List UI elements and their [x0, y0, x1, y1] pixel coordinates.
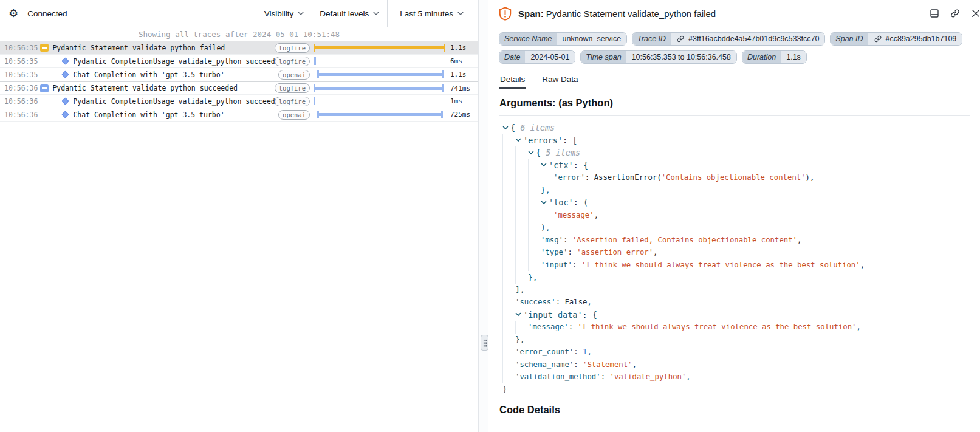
service-name-value: unknown_service [557, 33, 627, 45]
indent-guide [502, 346, 515, 358]
indent-guide [502, 358, 515, 371]
duration-label: 1.1s [445, 44, 478, 52]
indent-guide [502, 159, 515, 172]
warn-square-icon[interactable] [40, 44, 49, 52]
code-token: ], [515, 285, 525, 294]
divider-grip-handle[interactable] [481, 335, 488, 351]
time-range-dropdown[interactable]: Last 5 minutes [387, 0, 478, 27]
app-root: ⚙ Connected Visibility Default levels La… [0, 0, 980, 432]
code-line: 'validation_method': 'validate_python', [502, 371, 970, 383]
visibility-dropdown[interactable]: Visibility [256, 0, 312, 27]
code-token: , [797, 236, 801, 244]
code-line: 'error': AssertionError('Contains object… [502, 171, 970, 184]
collapse-chevron-icon[interactable] [515, 138, 521, 142]
span-detail-header: Span: Pydantic Statement validate_python… [488, 0, 980, 27]
duration-bar [314, 57, 316, 65]
trace-row[interactable]: 10:56:36Pydantic Statement validate_pyth… [0, 81, 478, 95]
code-details-heading: Code Details [488, 404, 980, 416]
code-token: 'message' [528, 323, 569, 331]
trace-row[interactable]: 10:56:35Chat Completion with 'gpt-3.5-tu… [0, 68, 478, 81]
indent-guide [515, 171, 528, 184]
trace-row[interactable]: 10:56:35Pydantic CompletionUsage validat… [0, 55, 478, 68]
settings-gear-icon[interactable]: ⚙ [9, 8, 18, 19]
scope-badge-slot: openai [278, 110, 310, 120]
collapse-chevron-icon[interactable] [515, 312, 521, 317]
diamond-icon [61, 98, 69, 104]
code-token: : [574, 348, 583, 356]
code-token: , [587, 348, 591, 356]
indent-guide [515, 234, 528, 247]
trace-row[interactable]: 10:56:36Pydantic CompletionUsage validat… [0, 95, 478, 108]
default-levels-dropdown[interactable]: Default levels [312, 0, 387, 27]
duration-bar [317, 111, 443, 118]
dock-panel-icon[interactable] [929, 8, 940, 19]
code-token: 'schema_name' [515, 360, 574, 369]
span-timeline [314, 55, 445, 68]
code-token: 'input_data' [523, 310, 583, 320]
code-token: , [653, 248, 657, 256]
collapse-chevron-icon[interactable] [528, 151, 534, 155]
code-token: 5 items [546, 148, 580, 157]
indent-guide [502, 171, 515, 184]
span-id-badge: Span ID#cc89a295db1b7109 [830, 32, 962, 46]
trace-timestamp: 10:56:35 [0, 44, 38, 52]
indent-guide [528, 246, 541, 259]
code-token: }, [541, 185, 550, 194]
code-token: { [592, 310, 597, 320]
code-line: 'ctx': { [502, 159, 970, 172]
indent-guide [515, 259, 528, 272]
time-span-badge: Time span10:56:35.353 to 10:56:36.458 [580, 50, 737, 64]
indent-guide [515, 271, 528, 284]
code-line: 'msg': 'Assertion failed, Contains objec… [502, 234, 970, 247]
indent-guide [502, 234, 515, 247]
collapse-chevron-icon[interactable] [502, 126, 509, 130]
close-icon[interactable] [970, 8, 980, 19]
arguments-code-tree: { 6 items'errors': [{ 5 items'ctx': {'er… [499, 115, 970, 396]
info-square-icon[interactable] [40, 84, 49, 92]
code-token: 6 items [520, 123, 555, 132]
indent-guide [515, 321, 528, 334]
trace-timestamp: 10:56:35 [0, 70, 38, 79]
code-token: 'ctx' [549, 160, 574, 170]
span-timeline [314, 108, 445, 122]
trace-row[interactable]: 10:56:35Pydantic Statement validate_pyth… [0, 41, 478, 55]
connection-area: ⚙ Connected [9, 0, 67, 27]
code-token: }, [515, 335, 525, 344]
tab-raw-data[interactable]: Raw Data [541, 72, 578, 89]
code-token: ), [806, 173, 815, 182]
time-span-value: 10:56:35.353 to 10:56:36.458 [626, 51, 736, 63]
trace-list: 10:56:35Pydantic Statement validate_pyth… [0, 41, 478, 122]
code-line: ), [502, 221, 970, 234]
scope-badge: logfire [275, 97, 310, 106]
indent-guide [528, 184, 541, 197]
trace-name: Pydantic CompletionUsage validate_python… [73, 97, 274, 106]
trace-row[interactable]: 10:56:36Chat Completion with 'gpt-3.5-tu… [0, 108, 478, 122]
duration-bar [317, 70, 444, 78]
arguments-heading: Arguments: (as Python) [488, 97, 980, 109]
trace-id-label: Trace ID [632, 33, 671, 45]
code-token: : [567, 248, 577, 256]
indent-guide [515, 196, 528, 209]
code-token: 'Statement' [583, 360, 632, 369]
indent-guide [502, 296, 515, 309]
trace-name: Pydantic Statement validate_python faile… [52, 44, 274, 52]
code-token: { [536, 148, 546, 157]
scope-badge: logfire [275, 83, 310, 93]
panel-divider[interactable] [478, 0, 488, 432]
scope-badge-slot: logfire [275, 83, 310, 93]
date-text: 2024-05-01 [530, 53, 569, 61]
span-id-value[interactable]: #cc89a295db1b7109 [868, 33, 962, 45]
collapse-chevron-icon[interactable] [541, 163, 547, 167]
diamond-icon [61, 58, 69, 64]
tab-details[interactable]: Details [499, 72, 526, 89]
trace-id-value[interactable]: #3ff16acbdde4a547b01d9c9c533fcc70 [671, 33, 824, 45]
collapse-chevron-icon[interactable] [541, 201, 547, 205]
trace-name: Pydantic CompletionUsage validate_python… [73, 57, 274, 66]
code-token: [ [572, 135, 577, 145]
code-line: 'message': 'I think we should always tre… [502, 321, 970, 334]
indent-guide [515, 184, 528, 197]
time-span-text: 10:56:35.353 to 10:56:36.458 [632, 53, 731, 61]
scope-badge-slot: openai [278, 70, 310, 80]
service-name-badge: Service Nameunknown_service [499, 32, 627, 46]
copy-link-icon[interactable] [950, 8, 961, 19]
